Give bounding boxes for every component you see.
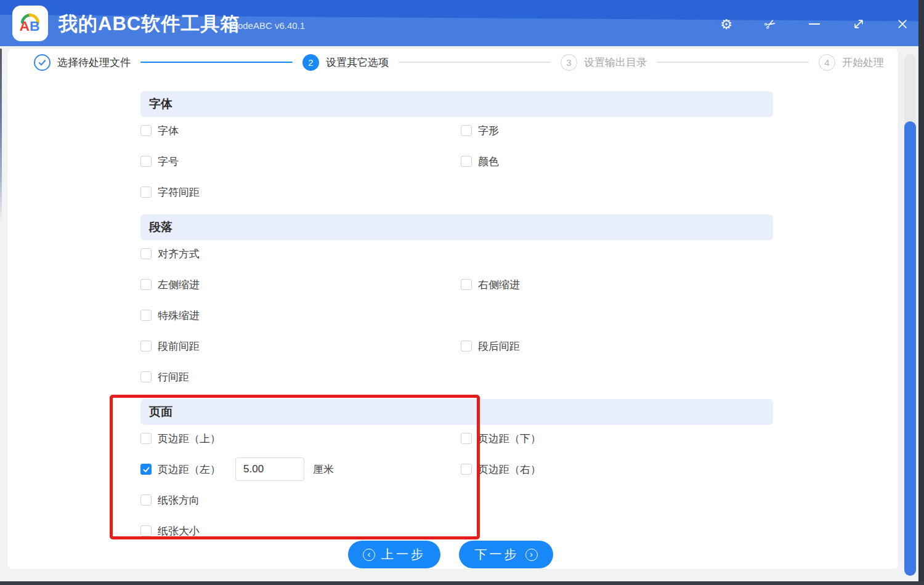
checkbox-option-paper-size[interactable]: 纸张大小 [140, 525, 200, 537]
resize-icon [853, 18, 865, 30]
checkbox[interactable] [140, 125, 152, 136]
checkbox-option-margin-left[interactable]: 页边距（左） [140, 463, 221, 475]
svg-text:B: B [30, 18, 40, 34]
chevron-right-circle-icon: › [525, 549, 538, 561]
section-title: 段落 [149, 219, 172, 235]
checkbox-label: 字体 [158, 124, 179, 138]
checkbox-label: 页边距（上） [158, 432, 221, 446]
checkbox[interactable] [461, 433, 472, 444]
minimize-icon [809, 23, 820, 25]
checkbox-label: 对齐方式 [158, 247, 200, 261]
checkbox-option-right-indent[interactable]: 右侧缩进 [461, 278, 520, 291]
checkbox-option-font[interactable]: 字体 [140, 124, 179, 137]
checkbox-option-font-style[interactable]: 字形 [461, 124, 499, 137]
step-connector [657, 62, 809, 63]
app-logo: A B [12, 6, 48, 41]
checkbox[interactable] [461, 464, 472, 475]
checkbox[interactable] [140, 248, 152, 259]
app-title: 我的ABC软件工具箱 [59, 11, 240, 37]
checkbox-option-special-indent[interactable]: 特殊缩进 [140, 309, 200, 321]
checkbox-option-font-size[interactable]: 字号 [140, 155, 179, 167]
resize-button[interactable] [848, 14, 869, 34]
checkbox-label: 右侧缩进 [478, 278, 520, 292]
close-button[interactable] [892, 14, 913, 34]
checkbox-label: 页边距（右） [478, 462, 541, 477]
checkbox-label: 页边距（左） [158, 462, 221, 477]
scrollbar-thumb[interactable] [904, 121, 916, 576]
step-number-badge: 4 [819, 54, 835, 71]
section-title: 字体 [149, 96, 172, 112]
previous-step-label: 上一步 [381, 546, 426, 563]
checkbox-label: 左侧缩进 [158, 278, 200, 292]
checkbox-label: 段后间距 [478, 339, 520, 353]
checkbox-option-char-spacing[interactable]: 字符间距 [140, 186, 200, 198]
close-icon [896, 18, 909, 30]
minimize-button[interactable] [804, 14, 825, 34]
checkbox-label: 特殊缩进 [158, 309, 200, 323]
checkbox[interactable] [140, 433, 152, 444]
checkbox-option-paper-orientation[interactable]: 纸张方向 [140, 494, 200, 506]
checkbox-label: 段前间距 [158, 339, 200, 353]
checkbox-checked[interactable] [140, 464, 152, 475]
section-header-paragraph: 段落 [140, 214, 773, 240]
checkbox-option-margin-top[interactable]: 页边距（上） [140, 432, 221, 445]
checkbox[interactable] [461, 125, 472, 136]
checkbox[interactable] [140, 525, 152, 536]
checkbox-option-line-spacing[interactable]: 行间距 [140, 371, 189, 383]
checkbox-label: 字形 [478, 124, 499, 138]
chevron-left-circle-icon: ‹ [363, 549, 375, 561]
checkbox-option-left-indent[interactable]: 左侧缩进 [140, 278, 200, 291]
checkbox[interactable] [461, 279, 472, 290]
checkbox[interactable] [140, 341, 152, 352]
section-header-font: 字体 [140, 91, 773, 117]
cut-tool-button[interactable]: ✂ [760, 14, 781, 34]
step-set-options[interactable]: 2 设置其它选项 [302, 54, 389, 71]
checkbox-option-alignment[interactable]: 对齐方式 [140, 248, 200, 260]
checkbox-option-space-before[interactable]: 段前间距 [140, 340, 200, 352]
svg-text:A: A [20, 18, 30, 34]
checkbox[interactable] [140, 494, 152, 506]
checkbox[interactable] [140, 279, 152, 290]
section-header-page: 页面 [140, 399, 773, 425]
checkbox-label: 颜色 [478, 155, 499, 169]
checkbox-label: 页边距（下） [478, 432, 541, 446]
next-step-button[interactable]: 下一步 › [459, 541, 553, 568]
checkbox-option-margin-bottom[interactable]: 页边距（下） [461, 432, 541, 445]
step-output-dir[interactable]: 3 设置输出目录 [561, 54, 647, 71]
check-icon [142, 466, 150, 474]
title-bar: A B 我的ABC软件工具箱 WodeABC v6.40.1 ⚙ ✂ [0, 0, 924, 46]
scissors-icon: ✂ [761, 15, 779, 34]
settings-button[interactable]: ⚙ [716, 14, 737, 34]
step-start-process[interactable]: 4 开始处理 [819, 54, 884, 71]
step-number-badge: 2 [302, 54, 319, 71]
checkbox-option-space-after[interactable]: 段后间距 [461, 340, 520, 352]
screen-edge-bottom [0, 581, 924, 585]
wizard-stepper: 选择待处理文件 2 设置其它选项 3 设置输出目录 4 开始处理 [34, 53, 884, 71]
checkbox-option-color[interactable]: 颜色 [461, 155, 499, 167]
step-label: 设置输出目录 [584, 55, 647, 70]
checkbox-label: 纸张大小 [158, 524, 200, 538]
checkbox[interactable] [461, 341, 472, 352]
step-label: 开始处理 [842, 55, 884, 70]
step-done-check-icon [34, 54, 51, 71]
next-step-label: 下一步 [475, 546, 519, 563]
step-select-files[interactable]: 选择待处理文件 [34, 54, 131, 71]
checkbox-label: 行间距 [158, 370, 189, 384]
checkbox[interactable] [461, 156, 472, 167]
section-title: 页面 [149, 404, 172, 420]
checkbox[interactable] [140, 156, 152, 167]
checkbox-option-margin-right[interactable]: 页边距（右） [461, 463, 541, 475]
unit-label: 厘米 [313, 463, 334, 475]
checkbox-label: 纸张方向 [158, 493, 200, 507]
margin-left-value-input[interactable] [235, 458, 304, 481]
checkbox[interactable] [140, 371, 152, 382]
previous-step-button[interactable]: ‹ 上一步 [348, 541, 440, 568]
step-number-badge: 3 [561, 54, 577, 71]
step-label: 选择待处理文件 [57, 55, 131, 70]
abc-logo-icon: A B [17, 10, 44, 37]
checkbox[interactable] [140, 187, 152, 198]
app-version: WodeABC v6.40.1 [229, 20, 305, 31]
gear-icon: ⚙ [720, 17, 732, 32]
checkbox-label: 字符间距 [158, 185, 200, 200]
checkbox[interactable] [140, 310, 152, 321]
